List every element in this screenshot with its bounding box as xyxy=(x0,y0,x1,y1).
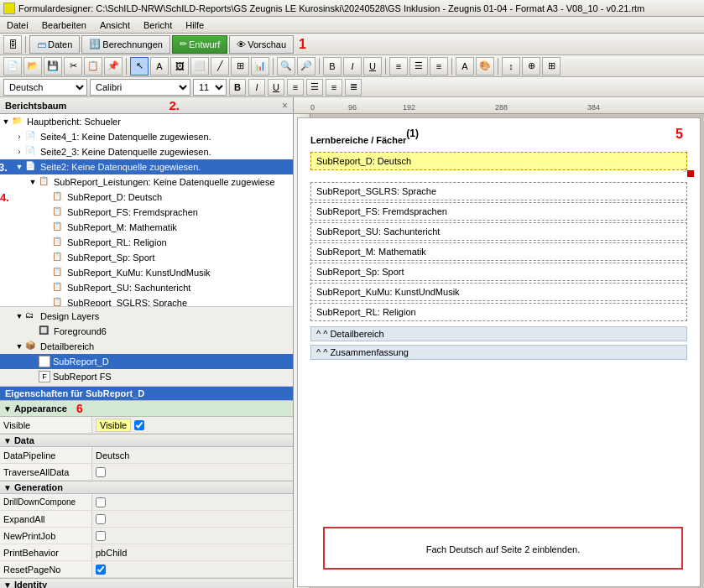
tree-arrow-subrep-leist[interactable]: ▼ xyxy=(27,178,39,186)
tab-entwurf[interactable]: ✏ Entwurf xyxy=(172,35,227,54)
font-select[interactable]: Calibri xyxy=(90,79,190,96)
newprintjob-checkbox[interactable] xyxy=(96,531,106,541)
tb-font-color[interactable]: A xyxy=(456,57,474,75)
tree-item-seite2-3[interactable]: › 📄 Seite2_3: Keine Datenquelle zugewies… xyxy=(0,144,293,159)
tree-arrow-seite2[interactable]: ▼ xyxy=(13,163,25,171)
tb-cursor[interactable]: ↖ xyxy=(130,57,149,75)
appearance-label: Appearance xyxy=(14,403,67,414)
menu-bearbeiten[interactable]: Bearbeiten xyxy=(39,19,90,31)
detailbereich-item[interactable]: ▼ 📦 Detailbereich xyxy=(0,339,293,354)
resetpageno-value xyxy=(92,565,293,575)
datapipeline-name: DataPipeline xyxy=(0,447,92,463)
tree-item-seite4[interactable]: › 📄 Seite4_1: Keine Datenquelle zugewies… xyxy=(0,129,293,144)
tb-bg-color[interactable]: 🎨 xyxy=(476,57,494,75)
menu-bericht[interactable]: Bericht xyxy=(140,19,175,31)
tree-arrow-seite4[interactable]: › xyxy=(13,133,25,141)
panel-title: Berichtsbaum xyxy=(5,101,66,111)
visible-checkbox[interactable] xyxy=(134,420,144,430)
tb-shape[interactable]: ⬜ xyxy=(190,57,209,75)
tree-item-subreport-rl[interactable]: 📋 SubReport_RL: Religion xyxy=(0,235,293,250)
tb-underline2[interactable]: U xyxy=(363,57,382,75)
report-icon-m: 📋 xyxy=(52,221,65,233)
language-select[interactable]: Deutsch xyxy=(3,79,87,96)
tree-item-subreport-sp[interactable]: 📋 SubReport_Sp: Sport xyxy=(0,250,293,265)
menu-hilfe[interactable]: Hilfe xyxy=(182,19,207,31)
canvas-subreport-kumu[interactable]: SubReport_KuMu: KunstUndMusik xyxy=(310,283,687,301)
tree-label-subreport-m: SubReport_M: Mathematik xyxy=(67,222,177,232)
tb-more1[interactable]: ↕ xyxy=(502,57,520,75)
tab-vorschau[interactable]: 👁 Vorschau xyxy=(229,35,294,54)
align-justify-btn[interactable]: ≣ xyxy=(345,79,362,96)
detail-arrow[interactable]: ▼ xyxy=(13,342,25,351)
canvas-subreport-fs[interactable]: SubReport_FS: Fremdsprachen xyxy=(310,202,687,221)
tb-chart[interactable]: 📊 xyxy=(251,57,269,75)
tree-item-subreport-sglrs[interactable]: 📋 SubReport_SGLRS: Sprache xyxy=(0,295,293,307)
tb-table[interactable]: ⊞ xyxy=(231,57,249,75)
canvas-subreport-sp[interactable]: SubReport_Sp: Sport xyxy=(310,263,687,281)
tb-more3[interactable]: ⊞ xyxy=(542,57,561,75)
tb-paste[interactable]: 📌 xyxy=(104,57,123,75)
generation-section-header[interactable]: ▼ Generation xyxy=(0,481,293,494)
tb-cut[interactable]: ✂ xyxy=(64,57,82,75)
align-center-btn[interactable]: ☰ xyxy=(306,79,323,96)
expandall-checkbox[interactable] xyxy=(96,514,106,524)
tb-italic2[interactable]: I xyxy=(343,57,362,75)
traversealldata-checkbox[interactable] xyxy=(96,467,106,477)
canvas-zusammenfassung-bar[interactable]: ^ ^ Zusammenfassung xyxy=(310,345,687,360)
tb-text[interactable]: A xyxy=(150,57,169,75)
drilldown-checkbox[interactable] xyxy=(96,497,106,507)
tree-arrow-seite2-3[interactable]: › xyxy=(13,148,25,156)
tb-open[interactable]: 📂 xyxy=(23,57,42,75)
tree-item-subreport-fs[interactable]: 📋 SubReport_FS: Fremdsprachen xyxy=(0,205,293,220)
data-section-header[interactable]: ▼ Data xyxy=(0,434,293,447)
canvas-subreport-su[interactable]: SubReport_SU: Sachuntericht xyxy=(310,222,687,241)
subreport-d-layer-item[interactable]: D SubReport_D xyxy=(0,354,293,369)
underline-btn[interactable]: U xyxy=(268,79,284,96)
menu-datei[interactable]: Datei xyxy=(3,19,32,31)
handle-bottom-right[interactable] xyxy=(687,170,694,177)
resetpageno-checkbox[interactable] xyxy=(96,565,106,575)
menu-ansicht[interactable]: Ansicht xyxy=(96,19,133,31)
tb-save[interactable]: 💾 xyxy=(44,57,62,75)
tb-bold2[interactable]: B xyxy=(323,57,342,75)
canvas-detailbereich-bar[interactable]: ^ ^ Detailbereich xyxy=(310,326,687,341)
subreport-fs-layer-item[interactable]: F SubReport FS xyxy=(0,369,293,384)
tree-item-seite2[interactable]: 3. ▼ 📄 Seite2: Keine Datenquelle zugewie… xyxy=(0,159,293,174)
panel-header: Berichtsbaum 2. × xyxy=(0,97,293,114)
design-layers-arrow[interactable]: ▼ xyxy=(13,312,25,320)
tb-align-right[interactable]: ≡ xyxy=(430,57,448,75)
tree-item-subreport-d[interactable]: 4. 📋 SubReport_D: Deutsch xyxy=(0,190,293,205)
design-layers-item[interactable]: ▼ 🗂 Design Layers xyxy=(0,309,293,324)
align-left-btn[interactable]: ≡ xyxy=(287,79,304,96)
panel-close-btn[interactable]: × xyxy=(282,100,288,112)
tb-icon1[interactable]: 🗄 xyxy=(3,35,22,54)
tb-align-center[interactable]: ☰ xyxy=(409,57,428,75)
tree-item-hauptbericht[interactable]: ▼ 📁 Hauptbericht: Schueler xyxy=(0,114,293,129)
bold-btn[interactable]: B xyxy=(229,79,246,96)
tb-zoom-in[interactable]: 🔍 xyxy=(277,57,295,75)
tb-copy[interactable]: 📋 xyxy=(84,57,102,75)
tb-zoom-out[interactable]: 🔎 xyxy=(297,57,315,75)
align-right-btn[interactable]: ≡ xyxy=(326,79,342,96)
tree-arrow[interactable]: ▼ xyxy=(0,117,12,126)
tb-more2[interactable]: ⊕ xyxy=(522,57,540,75)
tb-align-left[interactable]: ≡ xyxy=(389,57,408,75)
appearance-section-header[interactable]: ▼ Appearance 6 xyxy=(0,400,293,417)
tree-item-subreport-leistungen[interactable]: ▼ 📋 SubReport_Leistungen: Keine Datenque… xyxy=(0,174,293,190)
identity-section-header[interactable]: ▼ Identity xyxy=(0,578,293,588)
tab-daten[interactable]: 🗃 Daten xyxy=(29,35,80,54)
tb-line[interactable]: ╱ xyxy=(211,57,229,75)
tree-item-subreport-kumu[interactable]: 📋 SubReport_KuMu: KunstUndMusik xyxy=(0,265,293,280)
tb-new[interactable]: 📄 xyxy=(3,57,22,75)
tab-berechnungen[interactable]: 🔢 Berechnungen xyxy=(81,35,170,54)
canvas-subreport-rl[interactable]: SubReport_RL: Religion xyxy=(310,303,687,321)
tb-img[interactable]: 🖼 xyxy=(170,57,189,75)
tree-item-subreport-su[interactable]: 📋 SubReport_SU: Sachuntericht xyxy=(0,280,293,295)
canvas-subreport-d[interactable]: SubReport_D: Deutsch xyxy=(310,152,687,170)
canvas-subreport-m[interactable]: SubReport_M: Mathematik xyxy=(310,242,687,261)
italic-btn[interactable]: I xyxy=(248,79,265,96)
size-select[interactable]: 11 xyxy=(193,79,227,96)
foreground6-item[interactable]: 🔲 Foreground6 xyxy=(0,324,293,339)
tree-item-subreport-m[interactable]: 📋 SubReport_M: Mathematik xyxy=(0,220,293,235)
canvas-subreport-sglrs[interactable]: SubReport_SGLRS: Sprache xyxy=(310,182,687,200)
